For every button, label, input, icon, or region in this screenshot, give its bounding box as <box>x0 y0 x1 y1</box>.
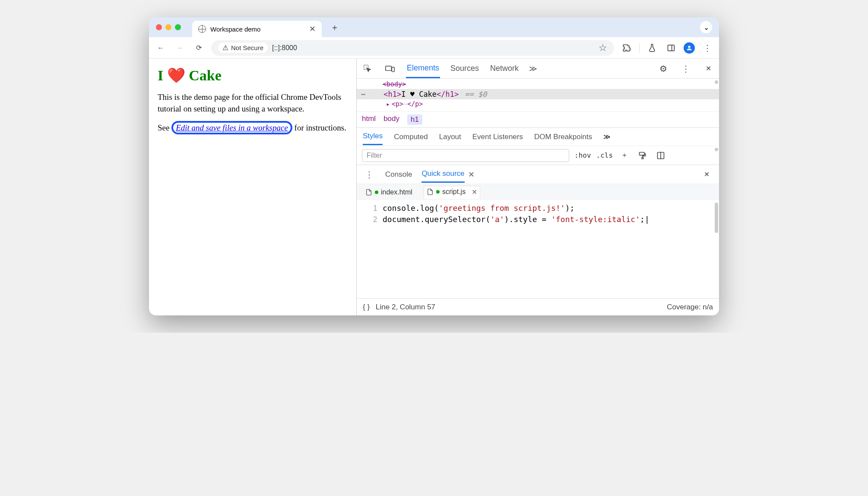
toolbar-right: ⋮ <box>620 41 714 54</box>
browser-menu-button[interactable]: ⋮ <box>701 41 714 54</box>
drawer-tab-quick-source[interactable]: Quick source <box>421 166 464 183</box>
forward-button[interactable]: → <box>173 41 186 54</box>
status-bar: { } Line 2, Column 57 Coverage: n/a <box>357 298 719 315</box>
devtools-main-tabs: Elements Sources Network ≫ ⚙ ⋮ ✕ <box>357 59 719 79</box>
more-subtabs-button[interactable]: ≫ <box>603 133 611 141</box>
close-drawer-tab-button[interactable]: ✕ <box>468 170 475 179</box>
address-bar[interactable]: ⚠ Not Secure [::]:8000 ☆ <box>211 40 614 56</box>
tab-sources[interactable]: Sources <box>450 60 480 77</box>
element-row[interactable]: ▸<p>⋯</p> <box>357 99 719 109</box>
mapped-dot-icon <box>375 191 378 194</box>
page-paragraph-1: This is the demo page for the official C… <box>158 92 348 114</box>
para2-pre: See <box>158 123 171 132</box>
filter-input[interactable]: Filter <box>362 149 569 162</box>
code-editor[interactable]: 12 console.log('greetings from script.js… <box>357 200 719 298</box>
subtab-layout[interactable]: Layout <box>439 129 461 145</box>
computed-toggle-icon[interactable] <box>654 149 667 162</box>
page-paragraph-2: See Edit and save files in a workspace f… <box>158 122 348 134</box>
breadcrumb: html body h1 <box>357 111 719 127</box>
styles-toolbar: Filter :hov .cls ＋ <box>357 146 719 165</box>
new-style-button[interactable]: ＋ <box>618 149 631 162</box>
close-devtools-button[interactable]: ✕ <box>702 62 715 75</box>
tabs-dropdown-button[interactable]: ⌄ <box>700 21 712 33</box>
more-tabs-button[interactable]: ≫ <box>529 64 537 73</box>
bookmark-star-icon[interactable]: ☆ <box>599 42 607 54</box>
cursor-position: Line 2, Column 57 <box>376 303 435 312</box>
selected-ref: == $0 <box>465 90 487 99</box>
tab-title: Workspace demo <box>210 25 260 33</box>
elements-tree[interactable]: <body> ⋯ <h1>I ♥ Cake</h1> == $0 ▸<p>⋯</… <box>357 79 719 111</box>
drawer-tab-console[interactable]: Console <box>385 167 412 182</box>
scrollbar[interactable] <box>715 148 718 151</box>
reload-button[interactable]: ⟳ <box>192 41 205 54</box>
titlebar: Workspace demo ✕ ＋ ⌄ <box>149 17 719 37</box>
format-icon[interactable]: { } <box>363 303 370 312</box>
drawer-tabs: ⋮ Console Quick source ✕ ✕ <box>357 165 719 184</box>
back-button[interactable]: ← <box>154 41 167 54</box>
close-drawer-button[interactable]: ✕ <box>700 168 713 181</box>
code-content: console.log('greetings from script.js!')… <box>383 200 654 298</box>
subtab-event-listeners[interactable]: Event Listeners <box>472 129 523 145</box>
close-tab-button[interactable]: ✕ <box>309 24 316 34</box>
tab-elements[interactable]: Elements <box>406 59 440 78</box>
svg-point-1 <box>688 45 690 48</box>
svg-rect-3 <box>386 66 392 70</box>
node-text: I ♥ Cake <box>401 90 437 99</box>
panel-icon[interactable] <box>665 41 678 54</box>
inspect-icon[interactable] <box>361 62 374 75</box>
close-file-button[interactable]: ✕ <box>472 188 477 196</box>
file-tab-index[interactable]: index.html <box>363 187 415 198</box>
scrollbar[interactable] <box>715 203 718 233</box>
window-controls <box>156 24 181 30</box>
tag-open: <h1> <box>383 90 401 99</box>
maximize-window-button[interactable] <box>175 24 181 30</box>
tab-network[interactable]: Network <box>489 60 520 77</box>
security-chip[interactable]: ⚠ Not Secure <box>218 43 268 53</box>
file-tabs: index.html script.js ✕ <box>357 184 719 200</box>
crumb-html[interactable]: html <box>362 114 376 125</box>
file-icon <box>365 189 372 196</box>
scrollbar[interactable] <box>715 80 718 84</box>
device-toggle-icon[interactable] <box>383 62 396 75</box>
styles-subtabs: Styles Computed Layout Event Listeners D… <box>357 127 719 146</box>
url-text: [::]:8000 <box>272 44 297 52</box>
drawer-menu-button[interactable]: ⋮ <box>363 168 376 181</box>
subtab-dom-breakpoints[interactable]: DOM Breakpoints <box>534 129 592 145</box>
placeholder-text: Filter <box>367 152 382 159</box>
divider <box>639 43 640 53</box>
element-row[interactable]: <body> <box>357 79 719 89</box>
paint-icon[interactable] <box>636 149 649 162</box>
highlight-box: Edit and save files in a workspace <box>171 121 292 134</box>
overflow-dots-icon[interactable]: ⋯ <box>361 90 366 99</box>
crumb-h1[interactable]: h1 <box>407 114 422 125</box>
browser-window: Workspace demo ✕ ＋ ⌄ ← → ⟳ ⚠ Not Secure … <box>149 17 719 315</box>
profile-avatar[interactable] <box>684 42 695 54</box>
content-area: I ❤️ Cake This is the demo page for the … <box>149 59 719 315</box>
svg-rect-5 <box>640 152 645 155</box>
minimize-window-button[interactable] <box>165 24 171 30</box>
globe-icon <box>198 25 206 33</box>
mapped-dot-icon <box>436 190 440 194</box>
devtools-panel: Elements Sources Network ≫ ⚙ ⋮ ✕ <body> … <box>356 59 719 315</box>
gutter: 12 <box>357 200 383 298</box>
subtab-computed[interactable]: Computed <box>394 129 428 145</box>
element-row-selected[interactable]: ⋯ <h1>I ♥ Cake</h1> == $0 <box>357 89 719 99</box>
file-icon <box>427 188 434 195</box>
svg-rect-0 <box>668 45 675 51</box>
file-name: script.js <box>442 188 466 196</box>
warning-icon: ⚠ <box>222 44 228 52</box>
close-window-button[interactable] <box>156 24 162 30</box>
hov-toggle[interactable]: :hov <box>574 151 591 159</box>
file-tab-script[interactable]: script.js ✕ <box>424 186 480 199</box>
extensions-icon[interactable] <box>620 41 633 54</box>
workspace-link[interactable]: Edit and save files in a workspace <box>176 123 288 132</box>
labs-icon[interactable] <box>646 41 659 54</box>
crumb-body[interactable]: body <box>383 114 399 125</box>
cls-toggle[interactable]: .cls <box>596 151 613 159</box>
browser-tab[interactable]: Workspace demo ✕ <box>192 21 322 37</box>
settings-gear-icon[interactable]: ⚙ <box>657 62 670 75</box>
subtab-styles[interactable]: Styles <box>363 128 383 145</box>
devtools-menu-button[interactable]: ⋮ <box>679 62 692 75</box>
new-tab-button[interactable]: ＋ <box>329 21 341 33</box>
security-label: Not Secure <box>231 44 263 51</box>
